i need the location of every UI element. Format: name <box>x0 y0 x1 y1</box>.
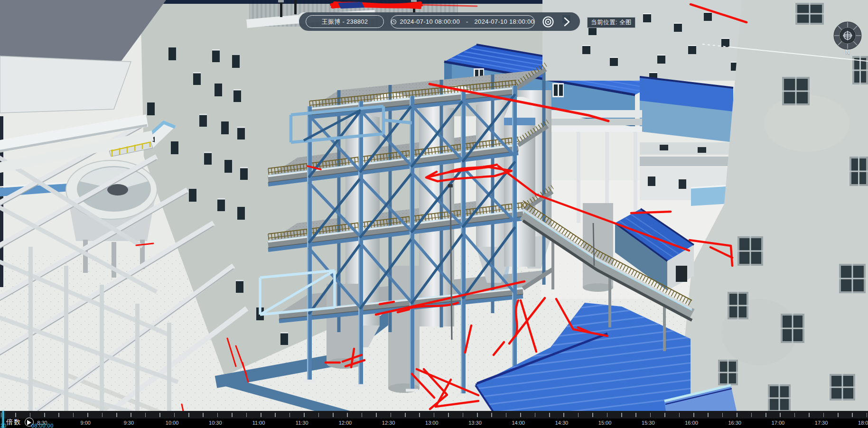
playback-controls: 20 倍数 08:00:00 <box>0 411 104 428</box>
timeline-label: 17:30 <box>815 420 828 426</box>
time-range-picker[interactable]: 2024-07-10 08:00:00 - 2024-07-10 18:00:0… <box>391 15 535 28</box>
timeline-tick[interactable] <box>159 413 160 417</box>
play-icon <box>27 420 31 425</box>
location-label: 当前位置: 全图 <box>587 17 635 28</box>
timeline-tick[interactable] <box>304 413 305 417</box>
timeline-tick[interactable] <box>318 413 319 417</box>
app-window: 王振博 - 238802 2024-07-10 08:00:00 - 2024-… <box>0 0 868 428</box>
locate-icon <box>541 15 555 29</box>
timeline-tick[interactable] <box>794 413 795 417</box>
timeline-label: 10:30 <box>209 420 222 426</box>
timeline-tick[interactable] <box>362 413 363 417</box>
timeline-label: 9:30 <box>124 420 134 426</box>
timeline-tick[interactable] <box>549 413 550 417</box>
timeline-label: 13:30 <box>468 420 482 426</box>
timeline-tick[interactable] <box>506 413 507 417</box>
timeline-tick[interactable] <box>261 413 261 417</box>
timeline-tick[interactable] <box>650 413 651 417</box>
timeline-tick[interactable] <box>188 413 189 417</box>
time-end[interactable]: 2024-07-10 18:00:00 <box>475 18 534 25</box>
speed-label: 倍数 <box>6 418 21 427</box>
timeline-label: 10:00 <box>166 420 179 426</box>
timeline-tick[interactable] <box>174 413 175 417</box>
locate-button[interactable] <box>541 15 555 29</box>
timeline-tick[interactable] <box>275 413 276 417</box>
timeline-tick[interactable] <box>751 413 752 417</box>
timeline-tick[interactable] <box>463 413 464 417</box>
timeline-tick[interactable] <box>592 413 593 417</box>
timeline-tick[interactable] <box>289 413 290 417</box>
timeline-label: 15:00 <box>598 420 612 426</box>
person-select[interactable]: 王振博 - 238802 <box>306 15 384 28</box>
timeline-label: 13:00 <box>425 420 439 426</box>
timeline-tick[interactable] <box>722 413 723 417</box>
timeline-label: 18:00 <box>858 420 868 426</box>
timeline-label: 12:30 <box>382 420 395 426</box>
timeline-tick[interactable] <box>708 413 709 417</box>
timeline-label: 11:00 <box>252 420 265 426</box>
time-start[interactable]: 2024-07-10 08:00:00 <box>400 18 460 25</box>
timeline-label: 11:30 <box>296 420 308 426</box>
timeline-tick[interactable] <box>679 413 680 417</box>
timeline-label: 16:00 <box>685 420 698 426</box>
timeline-label: 12:00 <box>339 420 352 426</box>
timeline-tick[interactable] <box>838 413 839 417</box>
timeline-tick[interactable] <box>693 413 694 417</box>
timeline-tick[interactable] <box>563 413 564 417</box>
timeline[interactable]: 8:309:009:3010:0010:3011:0011:3012:0012:… <box>0 411 868 428</box>
person-label: 王振博 - 238802 <box>322 18 368 26</box>
scene-3d-viewport[interactable] <box>0 0 868 428</box>
timeline-tick[interactable] <box>391 413 392 417</box>
timeline-label: 16:30 <box>728 420 741 426</box>
timeline-label: 15:30 <box>642 420 655 426</box>
timeline-tick[interactable] <box>607 413 608 417</box>
timeline-tick[interactable] <box>578 413 579 417</box>
timeline-tick[interactable] <box>217 413 218 417</box>
timeline-tick[interactable] <box>491 413 492 417</box>
timeline-tick[interactable] <box>635 413 636 417</box>
timeline-tick[interactable] <box>116 413 117 417</box>
timeline-label: 17:00 <box>772 420 785 426</box>
timeline-tick[interactable] <box>780 413 781 417</box>
compass-widget[interactable]: N <box>832 21 863 58</box>
gyro-ring-icon <box>832 21 863 52</box>
timeline-tick[interactable] <box>867 413 868 417</box>
timeline-tick[interactable] <box>520 413 521 417</box>
timeline-tick[interactable] <box>405 413 406 417</box>
time-separator: - <box>466 18 468 25</box>
timeline-label-row: 8:309:009:3010:0010:3011:0011:3012:0012:… <box>0 419 868 428</box>
timeline-tick[interactable] <box>823 413 824 417</box>
search-next-button[interactable] <box>561 16 572 28</box>
timeline-tick[interactable] <box>535 413 536 417</box>
timeline-tick[interactable] <box>203 413 204 417</box>
timeline-tick[interactable] <box>809 413 810 417</box>
timeline-tick[interactable] <box>852 413 853 417</box>
timeline-label: 14:30 <box>555 420 569 426</box>
timeline-tick[interactable] <box>232 413 233 417</box>
timeline-tick[interactable] <box>765 413 766 417</box>
timeline-tick[interactable] <box>737 413 737 417</box>
current-time: 08:00:00 <box>31 423 54 428</box>
timeline-tick[interactable] <box>664 413 665 417</box>
timeline-label: 14:00 <box>512 420 525 426</box>
timeline-tick[interactable] <box>434 413 435 417</box>
timeline-tick[interactable] <box>419 413 420 417</box>
chevron-right-icon <box>561 16 572 28</box>
timeline-tick[interactable] <box>145 413 146 417</box>
timeline-tick[interactable] <box>131 413 131 417</box>
timeline-tick[interactable] <box>347 413 348 417</box>
north-label: N <box>832 49 863 56</box>
clock-icon <box>391 19 397 25</box>
timeline-tick[interactable] <box>448 413 449 417</box>
location-text: 当前位置: 全图 <box>591 19 632 27</box>
timeline-tick[interactable] <box>246 413 247 417</box>
timeline-tick[interactable] <box>333 413 334 417</box>
timeline-tick-strip[interactable] <box>0 411 868 419</box>
timeline-tick[interactable] <box>376 413 377 417</box>
timeline-tick[interactable] <box>477 413 478 417</box>
clipped-date-fragment: 20 <box>0 423 6 428</box>
timeline-tick[interactable] <box>621 413 622 417</box>
toolbar: 王振博 - 238802 2024-07-10 08:00:00 - 2024-… <box>299 12 580 31</box>
